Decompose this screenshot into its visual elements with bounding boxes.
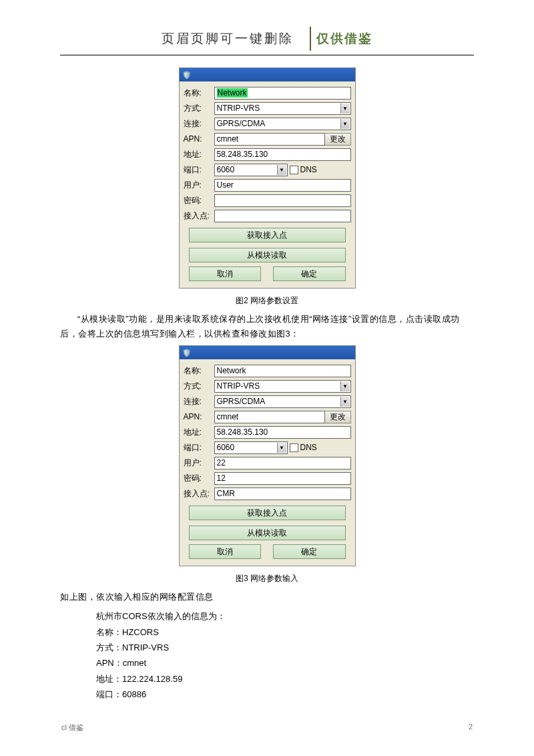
chevron-down-icon: ▼ — [340, 119, 350, 129]
read-from-module-button[interactable]: 从模块读取 — [189, 248, 346, 262]
password-input[interactable]: 12 — [214, 472, 351, 485]
info-addr: 地址：122.224.128.59 — [96, 671, 474, 687]
port-select[interactable]: 6060▼ — [214, 441, 288, 454]
cancel-button[interactable]: 取消 — [189, 544, 262, 559]
name-label: 名称: — [184, 365, 214, 377]
header-right-text: 仅供借鉴 — [316, 30, 372, 47]
page-header: 页眉页脚可一键删除 仅供借鉴 — [60, 27, 474, 51]
network-config-panel-2: 🛡️ 名称: Network 方式: NTRIP-VRS▼ 连接: GPRS/C… — [179, 345, 356, 566]
ok-button[interactable]: 确定 — [273, 266, 346, 281]
method-label: 方式: — [184, 103, 214, 114]
access-point-input[interactable] — [214, 210, 351, 222]
user-input[interactable]: User — [214, 179, 351, 192]
chevron-down-icon: ▼ — [340, 104, 350, 114]
info-name: 名称：HZCORS — [96, 624, 474, 640]
dns-checkbox[interactable] — [290, 166, 298, 174]
get-access-point-button[interactable]: 获取接入点 — [189, 506, 346, 520]
password-label: 密码: — [184, 195, 214, 206]
app-icon: 🛡️ — [182, 349, 192, 357]
user-label: 用户: — [184, 457, 214, 469]
chevron-down-icon: ▼ — [277, 443, 286, 453]
password-label: 密码: — [184, 473, 214, 484]
apn-label: APN: — [184, 134, 214, 144]
chevron-down-icon: ▼ — [340, 397, 350, 407]
info-apn: APN：cmnet — [96, 655, 474, 671]
access-point-label: 接入点: — [184, 210, 214, 222]
access-point-label: 接入点: — [184, 488, 214, 500]
connect-label: 连接: — [184, 118, 214, 130]
dns-label: DNS — [300, 443, 317, 452]
cancel-button[interactable]: 取消 — [189, 266, 262, 281]
network-config-panel-1: 🛡️ 名称: Network 方式: NTRIP-VRS▼ 连接: GPRS/C… — [179, 67, 356, 289]
user-label: 用户: — [184, 180, 214, 191]
dns-checkbox[interactable] — [290, 443, 298, 452]
apn-input[interactable]: cmnet — [214, 133, 325, 146]
port-label: 端口: — [184, 442, 214, 453]
apn-change-button[interactable]: 更改 — [324, 133, 351, 146]
connect-label: 连接: — [184, 396, 214, 407]
connect-select[interactable]: GPRS/CDMA▼ — [214, 395, 351, 408]
footer-left: cl 借鉴 — [61, 723, 83, 733]
title-bar: 🛡️ — [180, 68, 355, 81]
name-input[interactable]: Network — [214, 87, 351, 100]
addr-label: 地址: — [184, 149, 214, 160]
info-intro: 杭州市CORS依次输入的信息为： — [96, 608, 474, 624]
ok-button[interactable]: 确定 — [273, 544, 346, 559]
port-select[interactable]: 6060▼ — [214, 164, 288, 176]
header-vertical-divider — [310, 27, 311, 51]
chevron-down-icon: ▼ — [340, 381, 350, 391]
method-select[interactable]: NTRIP-VRS▼ — [214, 380, 351, 393]
method-label: 方式: — [184, 381, 214, 392]
cors-info-block: 杭州市CORS依次输入的信息为： 名称：HZCORS 方式：NTRIP-VRS … — [96, 608, 474, 702]
connect-select[interactable]: GPRS/CDMA▼ — [214, 118, 351, 130]
paragraph-1: “从模块读取”功能，是用来读取系统保存的上次接收机使用“网络连接”设置的信息，点… — [60, 312, 474, 341]
footer-page-number: 2 — [469, 723, 473, 733]
app-icon: 🛡️ — [182, 71, 192, 79]
title-bar: 🛡️ — [180, 346, 355, 359]
addr-label: 地址: — [184, 427, 214, 438]
header-center-text: 页眉页脚可一键删除 — [162, 30, 307, 47]
method-select[interactable]: NTRIP-VRS▼ — [214, 102, 351, 115]
access-point-input[interactable]: CMR — [214, 488, 351, 500]
dns-label: DNS — [300, 165, 317, 174]
paragraph-2: 如上图，依次输入相应的网络配置信息 — [60, 590, 474, 604]
get-access-point-button[interactable]: 获取接入点 — [189, 228, 346, 242]
apn-change-button[interactable]: 更改 — [324, 411, 351, 423]
addr-input[interactable]: 58.248.35.130 — [214, 426, 351, 439]
port-label: 端口: — [184, 164, 214, 176]
chevron-down-icon: ▼ — [277, 165, 286, 175]
figure-2-caption: 图2 网络参数设置 — [60, 295, 474, 307]
page-footer: cl 借鉴 2 — [60, 723, 474, 733]
info-port: 端口：60886 — [96, 687, 474, 702]
password-input[interactable] — [214, 194, 351, 207]
addr-input[interactable]: 58.248.35.130 — [214, 148, 351, 161]
name-label: 名称: — [184, 87, 214, 99]
user-input[interactable]: 22 — [214, 457, 351, 469]
apn-input[interactable]: cmnet — [214, 411, 325, 423]
header-rule — [60, 55, 474, 55]
apn-label: APN: — [184, 412, 214, 421]
info-method: 方式：NTRIP-VRS — [96, 640, 474, 655]
figure-3-caption: 图3 网络参数输入 — [60, 573, 474, 584]
name-input[interactable]: Network — [214, 365, 351, 377]
read-from-module-button[interactable]: 从模块读取 — [189, 526, 346, 540]
